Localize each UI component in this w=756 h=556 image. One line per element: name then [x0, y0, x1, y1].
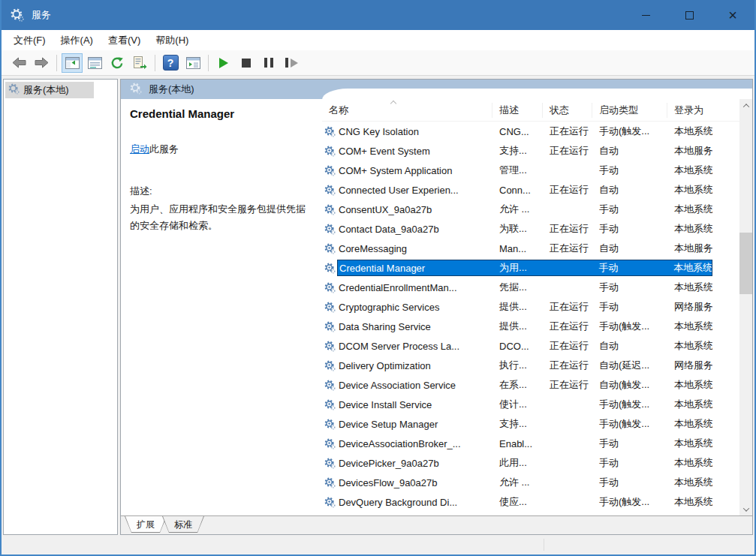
panel-body: Credential Manager 启动此服务 描述: 为用户、应用程序和安全…: [121, 99, 752, 515]
table-row[interactable]: Credential Manager为用...手动本地系统: [322, 258, 739, 278]
toolbar-separator: [155, 55, 155, 71]
close-button[interactable]: ×: [711, 0, 754, 30]
tab-standard[interactable]: 标准: [162, 516, 204, 533]
service-gear-icon: [322, 302, 337, 313]
toolbar-separator: [208, 55, 209, 71]
cell-start: 手动: [592, 300, 667, 314]
table-row[interactable]: DevicePicker_9a0a27b此用...手动本地系统: [322, 453, 739, 473]
start-service-button[interactable]: [213, 53, 234, 73]
cell-name: ConsentUX_9a0a27b: [337, 204, 492, 215]
table-row[interactable]: CoreMessagingMan...正在运行自动本地服务: [322, 239, 739, 258]
column-header-4[interactable]: 登录为: [667, 103, 712, 118]
scroll-up-button[interactable]: [739, 99, 752, 112]
show-console-tree-button[interactable]: [62, 53, 83, 73]
cell-name: DevQuery Background Di...: [337, 497, 492, 508]
vertical-scrollbar[interactable]: [739, 99, 752, 515]
pause-service-button[interactable]: [258, 53, 279, 73]
cell-logon: 本地系统: [667, 495, 712, 509]
service-gear-icon: [322, 263, 337, 274]
window-tree-icon: [65, 57, 80, 69]
scroll-down-button[interactable]: [739, 503, 752, 515]
cell-name: Connected User Experien...: [337, 185, 492, 196]
export-list-button[interactable]: [129, 53, 150, 73]
pause-icon: [264, 58, 273, 68]
cell-name: Device Setup Manager: [337, 419, 492, 430]
refresh-icon: [110, 56, 124, 70]
column-header-2[interactable]: 状态: [543, 103, 592, 118]
menu-help[interactable]: 帮助(H): [148, 31, 196, 50]
restart-service-button[interactable]: [281, 53, 302, 73]
restart-icon: [285, 58, 298, 68]
scrollbar-thumb[interactable]: [739, 233, 752, 294]
maximize-button[interactable]: [667, 0, 711, 30]
window-action-icon: [186, 57, 200, 69]
tree-item-services-local[interactable]: 服务(本地): [5, 82, 94, 98]
cell-start: 自动: [592, 242, 667, 255]
table-row[interactable]: Device Setup Manager支持...手动(触发...本地系统: [322, 414, 739, 434]
table-row[interactable]: Connected User Experien...Conn...正在运行自动本…: [322, 180, 739, 200]
cell-stat: 正在运行: [543, 300, 592, 314]
menu-view[interactable]: 查看(V): [101, 31, 148, 50]
cell-name: DeviceAssociationBroker_...: [337, 438, 492, 449]
table-row[interactable]: DevicesFlow_9a0a27b允许 ...手动本地系统: [322, 473, 739, 492]
service-gear-icon: [322, 224, 337, 235]
table-row[interactable]: Device Association Service在系...正在运行自动(触发…: [322, 375, 739, 395]
table-row[interactable]: ConsentUX_9a0a27b允许 ...手动本地系统: [322, 200, 739, 219]
cell-stat: 正在运行: [543, 359, 592, 372]
cell-start: 自动: [592, 144, 667, 158]
cell-desc: 允许 ...: [492, 476, 543, 489]
cell-start: 自动(延迟...: [592, 359, 667, 372]
start-service-link[interactable]: 启动: [130, 143, 149, 155]
panel-gear-icon: [130, 83, 142, 97]
menu-action[interactable]: 操作(A): [53, 31, 101, 50]
column-header-0[interactable]: 名称: [322, 103, 492, 118]
table-row[interactable]: Contact Data_9a0a27b为联...正在运行手动本地系统: [322, 219, 739, 239]
cell-start: 手动: [592, 222, 667, 236]
table-row[interactable]: COM+ System Application管理...手动本地系统: [322, 161, 739, 180]
menu-file[interactable]: 文件(F): [6, 31, 53, 50]
cell-start: 手动: [592, 164, 667, 177]
column-header-1[interactable]: 描述: [492, 103, 543, 118]
cell-desc: CNG...: [492, 126, 543, 137]
cell-logon: 本地系统: [667, 417, 712, 431]
chevron-down-icon: [742, 505, 748, 511]
table-row[interactable]: DevQuery Background Di...使应...手动(触发...本地…: [322, 492, 739, 512]
cell-desc: 为联...: [492, 222, 543, 236]
table-row[interactable]: DeviceAssociationBroker_...Enabl...手动本地系…: [322, 434, 739, 453]
start-service-line: 启动此服务: [130, 143, 312, 156]
cell-desc: 使应...: [492, 495, 543, 509]
cell-start: 手动(触发...: [592, 320, 667, 333]
properties-button[interactable]: [84, 53, 105, 73]
cell-name: COM+ System Application: [337, 165, 492, 176]
table-row[interactable]: CredentialEnrollmentMan...凭据...手动本地系统: [322, 278, 739, 297]
tab-extended[interactable]: 扩展: [125, 516, 167, 533]
table-row[interactable]: DCOM Server Process La...DCO...正在运行自动本地系…: [322, 336, 739, 356]
help-button[interactable]: ?: [160, 53, 181, 73]
tab-label: 扩展: [125, 516, 167, 531]
back-button[interactable]: [8, 53, 29, 73]
cell-name: Device Association Service: [337, 380, 492, 391]
table-row[interactable]: Device Install Service使计...手动(触发...本地系统: [322, 395, 739, 414]
service-gear-icon: [322, 399, 337, 410]
cell-name: Credential Manager: [338, 263, 492, 274]
stop-service-button[interactable]: [236, 53, 257, 73]
table-row[interactable]: CNG Key IsolationCNG...正在运行手动(触发...本地系统: [322, 122, 739, 141]
cell-start: 自动(触发...: [592, 378, 667, 392]
minimize-button[interactable]: [624, 0, 667, 30]
forward-button[interactable]: [31, 53, 52, 73]
selected-service-name: Credential Manager: [130, 107, 312, 120]
cell-desc: 使计...: [492, 398, 543, 411]
cell-desc: Enabl...: [492, 438, 543, 449]
table-row[interactable]: COM+ Event System支持...正在运行自动本地服务: [322, 141, 739, 161]
table-row[interactable]: Delivery Optimization执行...正在运行自动(延迟...网络…: [322, 356, 739, 375]
show-action-pane-button[interactable]: [182, 53, 203, 73]
table-row[interactable]: Data Sharing Service提供...正在运行手动(触发...本地系…: [322, 317, 739, 336]
close-icon: ×: [728, 8, 737, 23]
table-row[interactable]: Cryptographic Services提供...正在运行手动网络服务: [322, 297, 739, 317]
services-window: 服务 × 文件(F)操作(A)查看(V)帮助(H) ? 服务(本地): [0, 0, 756, 556]
cell-start: 手动: [592, 281, 667, 294]
column-header-3[interactable]: 启动类型: [592, 103, 667, 118]
refresh-button[interactable]: [107, 53, 128, 73]
cell-stat: 正在运行: [543, 125, 592, 138]
cell-desc: Man...: [492, 243, 543, 254]
